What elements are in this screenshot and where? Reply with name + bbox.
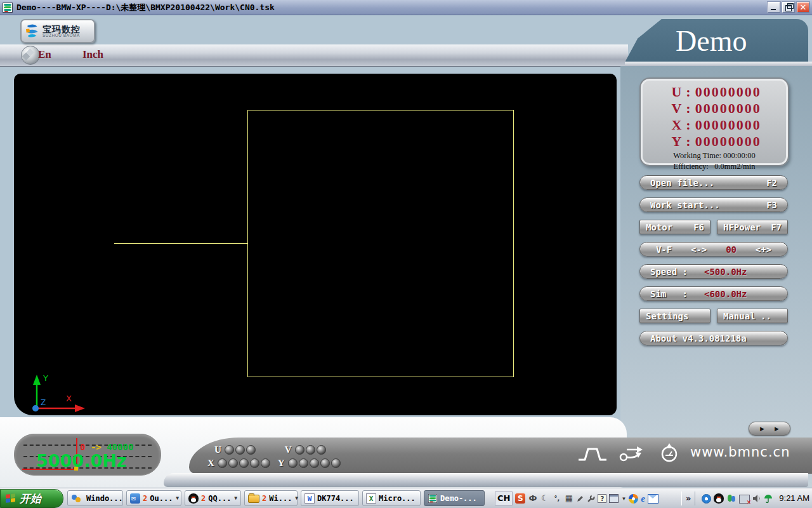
settings-button[interactable]: Settings <box>639 309 710 323</box>
sphere-icon[interactable] <box>21 46 40 65</box>
logo-text-cn: 宝玛数控 <box>43 25 81 34</box>
start-button[interactable]: 开始 <box>0 489 63 508</box>
axis-readout-u: U:00000000 <box>641 84 788 100</box>
outlook-express-icon[interactable] <box>648 494 658 504</box>
pinyin-icon[interactable]: Ф <box>528 493 537 504</box>
clock[interactable]: 9:21 AM <box>779 491 809 505</box>
chevron-down-icon[interactable]: ▼ <box>295 495 298 501</box>
axis-label-x: X <box>66 394 72 403</box>
wire-path-icon[interactable] <box>619 443 645 464</box>
vf-decrease[interactable]: <-> <box>691 244 707 255</box>
app-icon <box>428 493 437 502</box>
task-qq[interactable]: 2QQ... ▼ <box>185 490 241 506</box>
antivirus-umbrella-icon[interactable] <box>764 494 773 504</box>
help-icon[interactable]: ? <box>598 494 606 503</box>
drawing-line <box>114 243 247 244</box>
frequency-gauge: 0 -> 40000 5000.0Hz <box>14 434 161 476</box>
indicator-row-xy: X Y <box>207 458 341 469</box>
volume-icon[interactable] <box>752 494 761 503</box>
wmp-icon[interactable] <box>629 494 638 504</box>
website-link: www.bmnc.cn <box>690 444 790 460</box>
screen: Demo----BMW-XP----D:\未整理\BMXP20100422\Wo… <box>0 0 812 508</box>
qq-icon <box>188 493 199 504</box>
baoma-logo-button[interactable]: 宝玛数控 SUZHOU BAOMA <box>20 19 95 43</box>
wrench-icon[interactable] <box>587 495 595 503</box>
excel-icon <box>366 493 376 504</box>
hfpower-button[interactable]: HFPowerF7 <box>717 220 788 234</box>
punctuation-icon[interactable]: °, <box>552 493 561 504</box>
banner-title: Demo <box>676 24 747 58</box>
drawing-canvas[interactable]: Y X Z <box>14 74 617 415</box>
unit-toggle[interactable]: Inch <box>82 48 103 61</box>
coordinate-display: U:00000000 V:00000000 X:00000000 Y:00000… <box>639 77 789 166</box>
axis-readout-x: X:00000000 <box>641 117 788 133</box>
indicator-label-y: Y <box>278 458 285 469</box>
axis-indicator: Y X Z <box>18 372 100 414</box>
sogou-icon[interactable]: S <box>515 493 525 504</box>
qq-tray-icon[interactable] <box>714 493 724 504</box>
about-button[interactable]: About v4.3.081218a <box>639 331 788 345</box>
open-file-button[interactable]: Open file...F2 <box>639 175 788 190</box>
vf-increase[interactable]: <+> <box>756 244 771 255</box>
indicator-label-u: U <box>214 444 221 455</box>
halfmoon-icon[interactable]: ☾ <box>540 493 549 504</box>
work-start-button[interactable]: Work start...F3 <box>639 197 788 212</box>
motor-button[interactable]: MotorF6 <box>639 220 710 234</box>
chevron-down-icon[interactable]: ▼ <box>234 495 237 501</box>
app-tray-icon[interactable] <box>702 494 711 504</box>
axis-label-y: Y <box>43 373 48 383</box>
title-bar[interactable]: Demo----BMW-XP----D:\未整理\BMXP20100422\Wo… <box>0 0 812 15</box>
baoma-logo-icon <box>24 23 41 39</box>
vf-value: 00 <box>726 244 737 255</box>
tray-expand-button[interactable]: » <box>681 491 695 505</box>
sim-button[interactable]: Sim :<600.0Hz <box>639 286 788 301</box>
app-icon <box>3 3 13 13</box>
speed-button[interactable]: Speed :<500.0Hz <box>639 264 788 279</box>
task-demo-active[interactable]: Demo-... <box>424 490 485 506</box>
network-error-icon[interactable] <box>739 495 750 504</box>
start-label: 开始 <box>20 491 41 506</box>
silver-strip <box>164 473 808 487</box>
taskbar: 开始 Windo... 2Ou... ▼ 2QQ... ▼ 2Wi... ▼ <box>0 488 812 508</box>
pager-button[interactable]: ► ► <box>749 422 790 436</box>
pager-arrow-1: ► <box>759 425 766 432</box>
vf-control[interactable]: V-F <-> 00 <+> <box>639 242 788 257</box>
manual-button[interactable]: Manual .. <box>717 309 788 323</box>
messenger-tray-icon[interactable] <box>726 493 737 504</box>
language-indicator[interactable]: CH <box>495 491 513 505</box>
softkeyboard-icon[interactable]: ▦ <box>564 493 573 504</box>
task-windows-explorer[interactable]: 2Wi... ▼ <box>244 490 298 506</box>
window-switch-icon[interactable] <box>609 494 619 503</box>
pulse-wave-icon[interactable] <box>577 446 608 462</box>
word-icon <box>304 493 315 504</box>
indicator-label-x: X <box>207 458 214 469</box>
windows-flag-icon <box>6 493 16 504</box>
language-toggle[interactable]: En <box>38 48 51 61</box>
task-excel[interactable]: Micro... <box>362 490 421 506</box>
task-word-document[interactable]: DK774... <box>301 490 359 506</box>
dial-icon[interactable] <box>660 442 679 464</box>
drawing-rect <box>247 110 514 377</box>
axis-readout-v: V:00000000 <box>641 100 788 117</box>
window-title: Demo----BMW-XP----D:\未整理\BMXP20100422\Wo… <box>16 2 766 13</box>
messenger-icon <box>71 493 81 504</box>
working-time: Working Time: 000:00:00 <box>641 151 788 161</box>
axis-readout-y: Y:00000000 <box>641 133 788 150</box>
pen-icon[interactable] <box>576 495 584 503</box>
chevron-down-icon[interactable]: ▼ <box>621 496 626 502</box>
gauge-current-value: 5000.0Hz <box>36 451 127 471</box>
axis-label-z: Z <box>41 398 46 407</box>
ie-icon[interactable]: e <box>641 494 645 504</box>
led <box>225 445 234 455</box>
minimize-button[interactable] <box>768 2 780 13</box>
task-outlook[interactable]: 2Ou... ▼ <box>126 490 181 506</box>
efficiency: Efficiency: 0.0mm2/min <box>641 162 788 171</box>
close-button[interactable]: ✕ <box>797 2 809 13</box>
outlook-icon <box>130 493 140 504</box>
pager-arrow-2: ► <box>773 425 780 432</box>
chevron-down-icon[interactable]: ▼ <box>176 495 179 501</box>
task-windows-optimizer[interactable]: Windo... <box>67 490 123 506</box>
restore-button[interactable] <box>782 2 795 13</box>
logo-text-en: SUZHOU BAOMA <box>43 34 81 38</box>
indicator-label-v: V <box>285 444 292 455</box>
